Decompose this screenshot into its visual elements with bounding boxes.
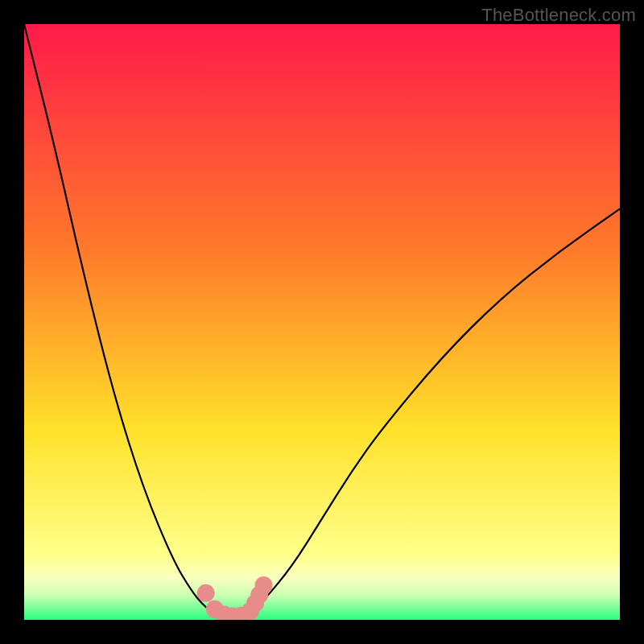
- gradient-background: [24, 24, 620, 620]
- bottleneck-chart: [24, 24, 620, 620]
- plot-area: [24, 24, 620, 620]
- gpu-point: [197, 584, 215, 602]
- gpu-point: [255, 576, 273, 594]
- chart-frame: TheBottleneck.com: [0, 0, 644, 644]
- watermark-text: TheBottleneck.com: [481, 5, 636, 26]
